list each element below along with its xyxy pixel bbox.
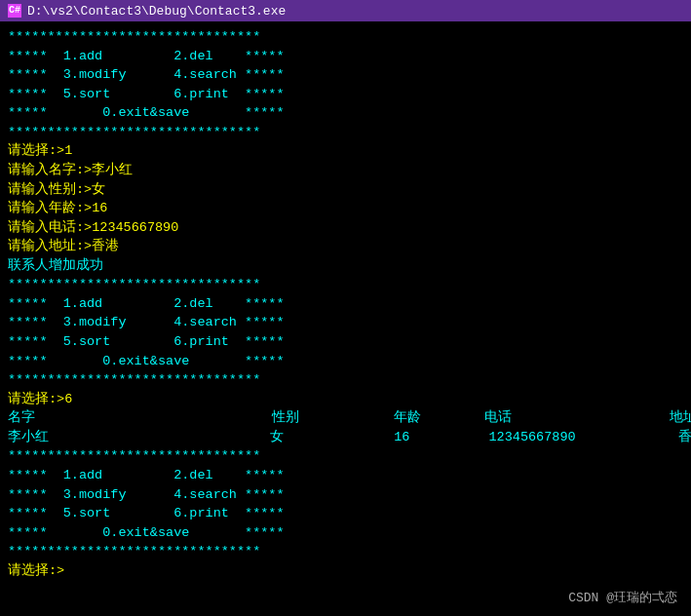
menu-row4: ***** 0.exit&save ***** <box>8 105 285 120</box>
table-header: 名字 性别 年龄 电话 地址 <box>8 410 691 425</box>
menu2-row3: ***** 5.sort 6.print ***** <box>8 334 285 349</box>
prompt-select-3: 请选择:> <box>8 563 64 578</box>
menu2-row1: ***** 1.add 2.del ***** <box>8 296 285 311</box>
prompt-select-2: 请选择:>6 <box>8 392 72 406</box>
menu2-row2: ***** 3.modify 4.search ***** <box>8 315 285 329</box>
stars-line-6: ******************************** <box>8 544 260 558</box>
stars-line-5: ******************************** <box>8 448 260 463</box>
success-msg: 联系人增加成功 <box>8 258 103 273</box>
menu-row1: ***** 1.add 2.del ***** <box>8 49 285 63</box>
menu-row2: ***** 3.modify 4.search ***** <box>8 67 285 82</box>
title-bar-path: D:\vs2\Contact3\Debug\Contact3.exe <box>27 4 286 19</box>
menu3-row1: ***** 1.add 2.del ***** <box>8 468 285 482</box>
title-bar-icon: C# <box>8 4 21 18</box>
stars-line-1: ******************************** <box>8 29 260 44</box>
watermark: CSDN @玨瑞的弌恋 <box>568 589 677 606</box>
stars-line-3: ******************************** <box>8 277 260 291</box>
prompt-gender: 请输入性别:>女 <box>8 182 105 197</box>
menu3-row2: ***** 3.modify 4.search ***** <box>8 487 285 502</box>
menu-row3: ***** 5.sort 6.print ***** <box>8 87 285 101</box>
stars-line-4: ******************************** <box>8 372 260 387</box>
title-bar: C# D:\vs2\Contact3\Debug\Contact3.exe <box>0 0 691 21</box>
terminal: ******************************** ***** 1… <box>0 21 691 616</box>
prompt-select-1: 请选择:>1 <box>8 143 72 158</box>
menu3-row3: ***** 5.sort 6.print ***** <box>8 506 285 520</box>
table-data-row: 李小红 女 16 12345667890 香港 <box>8 430 691 444</box>
prompt-address: 请输入地址:>香港 <box>8 239 119 253</box>
prompt-phone: 请输入电话:>12345667890 <box>8 220 178 235</box>
prompt-name: 请输入名字:>李小红 <box>8 163 133 177</box>
menu2-row4: ***** 0.exit&save ***** <box>8 354 285 368</box>
stars-line-2: ******************************** <box>8 125 260 139</box>
prompt-age: 请输入年龄:>16 <box>8 201 107 215</box>
menu3-row4: ***** 0.exit&save ***** <box>8 525 285 540</box>
